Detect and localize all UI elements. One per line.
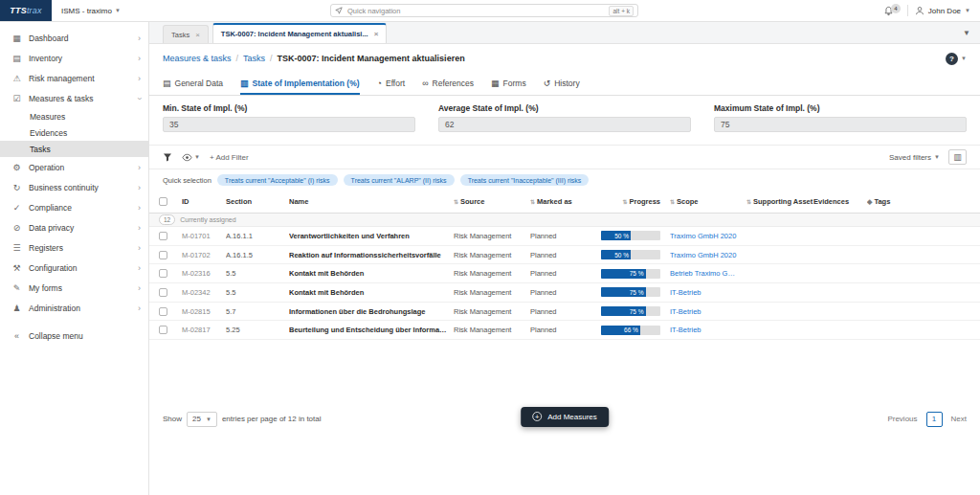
next-page-button[interactable]: Next [951, 415, 967, 423]
top-bar-right: 4 John Doe ▼ [883, 5, 980, 16]
quick-selection-label: Quick selection [163, 176, 212, 185]
column-header-progress[interactable]: ⇅Progress [595, 197, 670, 206]
column-header-name[interactable]: Name [289, 197, 454, 206]
tab-general-data[interactable]: ▤General Data [163, 73, 223, 95]
entries-label: entries per page of 12 in total [222, 415, 322, 423]
stat-value-input[interactable]: 75 [714, 117, 967, 132]
tab-list-chevron-down-icon[interactable]: ▼ [963, 29, 970, 37]
progress-bar: 50 % [601, 250, 660, 259]
cell-id: M-02817 [182, 326, 226, 334]
column-header-scope[interactable]: ⇅Scope [670, 197, 746, 206]
add-measures-button[interactable]: + Add Measures [521, 406, 609, 426]
notification-count-badge: 4 [891, 4, 901, 13]
shortcut-hint: alt + k [609, 6, 634, 16]
quick-navigation-input[interactable]: Quick navigation alt + k [330, 4, 638, 17]
column-header-supporting-asset[interactable]: ⇅Supporting Asset [746, 197, 813, 206]
table-row-m-01702[interactable]: M-01702A.16.1.5Reaktion auf Informations… [149, 246, 980, 265]
chevron-down-icon: ▼ [194, 154, 200, 160]
notifications-button[interactable]: 4 [883, 6, 901, 16]
sidebar-item-administration[interactable]: ♟Administration› [0, 298, 148, 318]
effort-icon: ◔ [377, 79, 382, 88]
column-header-tags[interactable]: ◈Tags [867, 197, 969, 206]
close-icon[interactable]: × [195, 31, 200, 39]
progress-bar: 75 % [601, 287, 660, 297]
document-tab-tsk-0007-incident-m[interactable]: TSK-0007: Incident Management aktualisi.… [212, 23, 387, 43]
sidebar-item-configuration[interactable]: ⚒Configuration› [0, 258, 148, 278]
scope-link[interactable]: IT-Betrieb [670, 307, 746, 316]
row-checkbox[interactable] [159, 288, 167, 297]
tab-state-of-implementation[interactable]: ▥State of Implementation (%) [240, 73, 359, 95]
quick-selection-chip-1[interactable]: Treats current "Acceptable" (I) risks [217, 174, 338, 186]
quick-selection-chip-3[interactable]: Treats current "Inacceptable" (III) risk… [460, 174, 590, 186]
scope-link[interactable]: Traximo GmbH 2020 [670, 232, 746, 240]
column-header-id[interactable]: ID [182, 197, 226, 206]
workspace-selector[interactable]: ISMS - traximo ▼ [61, 7, 121, 15]
table-row-m-02817[interactable]: M-028175.25Beurteilung und Entscheidung … [149, 321, 980, 340]
sidebar-item-registers[interactable]: ☰Registers› [0, 237, 148, 258]
close-icon[interactable]: × [374, 30, 379, 38]
sidebar-item-tasks[interactable]: Tasks [0, 141, 148, 157]
table-row-m-02815[interactable]: M-028155.7Informationen über die Bedrohu… [149, 303, 980, 322]
app-logo[interactable]: TTStrax [0, 0, 52, 21]
stat-value-input[interactable]: 62 [438, 117, 691, 132]
row-checkbox[interactable] [159, 326, 167, 334]
sidebar-item-evidences[interactable]: Evidences [0, 124, 148, 141]
stat-value-input[interactable]: 35 [163, 117, 415, 132]
visibility-button[interactable]: ▼ [182, 153, 200, 162]
collapse-menu-button[interactable]: «Collapse menu [0, 326, 148, 346]
column-header-source[interactable]: ⇅Source [454, 197, 530, 206]
cell-name: Kontakt mit Behörden [289, 288, 454, 297]
sidebar-item-data-privacy[interactable]: ⊘Data privacy› [0, 217, 148, 237]
sidebar-item-measures[interactable]: Measures [0, 108, 148, 124]
sidebar-item-measures-tasks[interactable]: ☑Measures & tasks› [0, 88, 148, 108]
table-row-m-01701[interactable]: M-01701A.16.1.1Verantwortlichkeiten und … [149, 227, 980, 246]
scope-link[interactable]: IT-Betrieb [670, 326, 746, 334]
page-number-button[interactable]: 1 [926, 412, 943, 427]
sidebar-item-inventory[interactable]: ▤Inventory› [0, 48, 148, 68]
saved-filters-label: Saved filters [889, 153, 931, 162]
row-checkbox[interactable] [159, 232, 167, 240]
show-label: Show [163, 415, 182, 423]
filter-button[interactable] [163, 152, 172, 162]
tab-effort[interactable]: ◔Effort [377, 73, 406, 95]
column-header-evidences[interactable]: Evidences [813, 197, 867, 206]
column-settings-button[interactable]: ▥ [948, 149, 967, 165]
row-checkbox[interactable] [159, 251, 167, 259]
scope-link[interactable]: Traximo GmbH 2020 [670, 251, 746, 259]
tab-history[interactable]: ↺History [544, 73, 580, 95]
scope-link[interactable]: Betrieb Traximo Gmb... [670, 269, 746, 278]
breadcrumb-link-measures-tasks[interactable]: Measures & tasks [163, 54, 232, 63]
sidebar-item-label: Dashboard [29, 34, 131, 43]
cell-progress: 75 % [595, 287, 670, 297]
scope-link[interactable]: IT-Betrieb [670, 288, 746, 297]
add-filter-button[interactable]: + Add Filter [210, 153, 249, 162]
sidebar-item-operation[interactable]: ⚙Operation› [0, 157, 148, 177]
sort-icon: ⇅ [670, 198, 675, 205]
content-tabs: ▤General Data▥State of Implementation (%… [149, 73, 980, 96]
document-tab-strip: Tasks×TSK-0007: Incident Management aktu… [149, 22, 980, 44]
tab-references[interactable]: ∞References [422, 73, 474, 95]
user-menu[interactable]: John Doe ▼ [915, 6, 970, 15]
saved-filters-button[interactable]: Saved filters ▼ [889, 153, 940, 162]
page-size-select[interactable]: 25 ▼ [187, 412, 217, 427]
column-header-section[interactable]: Section [226, 197, 289, 206]
table-row-m-02342[interactable]: M-023425.5Kontakt mit BehördenRisk Manag… [149, 283, 980, 303]
quick-selection-chip-2[interactable]: Treats current "ALARP" (II) risks [344, 174, 455, 186]
document-tab-tasks[interactable]: Tasks× [163, 25, 209, 43]
sidebar-item-risk-management[interactable]: ⚠Risk management› [0, 68, 148, 88]
sidebar-item-dashboard[interactable]: ▦Dashboard› [0, 28, 148, 48]
row-checkbox[interactable] [159, 269, 167, 278]
sidebar-item-my-forms[interactable]: ✎My forms› [0, 278, 148, 298]
row-checkbox[interactable] [159, 307, 167, 316]
column-label: Section [226, 197, 252, 206]
tab-forms[interactable]: ▦Forms [491, 73, 526, 95]
previous-page-button[interactable]: Previous [887, 415, 917, 423]
table-row-m-02316[interactable]: M-023165.5Kontakt mit BehördenRisk Manag… [149, 264, 980, 283]
breadcrumb-link-tasks[interactable]: Tasks [243, 54, 265, 63]
help-button[interactable]: ? [946, 53, 958, 65]
column-header-marked-as[interactable]: ⇅Marked as [530, 197, 595, 206]
history-icon: ↺ [544, 79, 551, 88]
sidebar-item-compliance[interactable]: ✓Compliance› [0, 197, 148, 217]
sidebar-item-business-continuity[interactable]: ↻Business continuity› [0, 177, 148, 197]
select-all-checkbox[interactable] [159, 197, 167, 206]
